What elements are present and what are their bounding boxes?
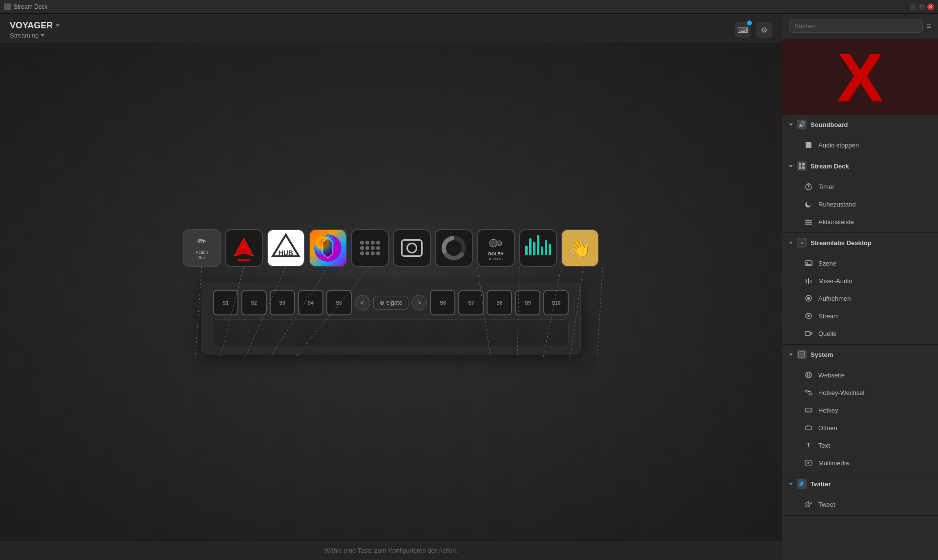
svg-text:T: T xyxy=(807,442,810,449)
section-header-audio[interactable]: 🔊 Soundboard xyxy=(782,115,938,134)
deck-button-hub[interactable]: HUB xyxy=(267,229,305,267)
device-selector[interactable]: VOYAGER xyxy=(10,21,60,31)
deck-key-s10[interactable]: S10 xyxy=(543,290,569,315)
sidebar-section-stream-deck: Stream Deck Timer Ruhezustand xyxy=(782,156,938,233)
svg-rect-28 xyxy=(805,220,812,221)
sidebar-section-audio: 🔊 Soundboard Audio stoppen xyxy=(782,115,938,156)
icue-icon xyxy=(313,233,342,263)
deck-nav-right-button[interactable]: > xyxy=(411,295,427,311)
deck-touchpad xyxy=(213,319,569,346)
deck-button-action-bar[interactable]: ✏ ActionBar xyxy=(183,229,221,267)
app-icon xyxy=(4,3,11,10)
deck-key-s3[interactable]: S3 xyxy=(270,290,295,315)
section-header-twitter[interactable]: Twitter xyxy=(782,474,938,494)
sidebar-item-mixer-audio[interactable]: Mixer-Audio xyxy=(782,272,938,290)
sidebar-item-hotkey-switch[interactable]: Hotkey-Wechsel xyxy=(782,384,938,401)
sidebar-item-stream[interactable]: Stream xyxy=(782,307,938,325)
deck-button-audio[interactable] xyxy=(519,229,557,267)
sidebar-item-action-bar[interactable]: Aktionsleiste xyxy=(782,213,938,230)
sidebar-item-text[interactable]: T Text xyxy=(782,436,938,454)
section-items-twitter: Tweet xyxy=(782,494,938,515)
deck-area: ✏ ActionBar xyxy=(0,43,782,540)
device-chevron-icon xyxy=(56,24,60,27)
svg-text:SL: SL xyxy=(800,241,804,245)
deck-button-elgato[interactable] xyxy=(351,229,389,267)
deck-key-s1[interactable]: S1 xyxy=(213,290,238,315)
open-label: Öffnen xyxy=(818,424,837,432)
sidebar-item-audio-stopper[interactable]: Audio stoppen xyxy=(782,136,938,154)
close-button[interactable]: ✕ xyxy=(927,3,934,10)
svg-marker-40 xyxy=(808,314,810,317)
svg-point-39 xyxy=(807,297,810,300)
svg-point-7 xyxy=(490,239,497,247)
sidebar-item-website[interactable]: Webseite xyxy=(782,366,938,384)
open-icon xyxy=(804,423,813,433)
section-chevron-audio-icon xyxy=(789,124,793,126)
section-items-system: Webseite Hotkey-Wechsel KEY Hotkey xyxy=(782,364,938,474)
deck-nav-left-button[interactable]: < xyxy=(355,295,370,311)
keyboard-button[interactable]: ⌨ xyxy=(735,22,750,38)
deck-key-s9[interactable]: S9 xyxy=(515,290,540,315)
sidebar-section-twitter: Twitter Tweet xyxy=(782,474,938,516)
section-chevron-stream-deck-icon xyxy=(789,165,793,167)
deck-button-dolby[interactable]: DOLBY ATMOS xyxy=(477,229,515,267)
sidebar-item-hotkey[interactable]: KEY Hotkey xyxy=(782,401,938,419)
sidebar-item-scene[interactable]: Szene xyxy=(782,254,938,272)
source-label: Quelle xyxy=(818,330,837,337)
profile-chevron-icon xyxy=(41,34,44,37)
section-items-audio: Audio stoppen xyxy=(782,134,938,156)
section-items-stream-deck: Timer Ruhezustand Aktionsleiste xyxy=(782,176,938,232)
svg-text:KEY: KEY xyxy=(806,409,811,412)
deck-key-s4[interactable]: S4 xyxy=(298,290,323,315)
profile-selector[interactable]: Streaming xyxy=(10,32,60,39)
svg-marker-54 xyxy=(808,462,810,464)
deck-key-s5[interactable]: S5 xyxy=(326,290,352,315)
list-view-icon[interactable]: ≡ xyxy=(927,22,931,31)
deck-button-wave[interactable]: 👋 xyxy=(561,229,599,267)
titlebar-left: Stream Deck xyxy=(4,3,47,10)
dolby-text: DOLBY xyxy=(488,251,504,256)
sleep-label: Ruhezustand xyxy=(818,201,856,208)
dolby-logo xyxy=(489,236,503,250)
section-chevron-streamlabs-icon xyxy=(789,242,793,244)
deck-key-s6[interactable]: S6 xyxy=(430,290,455,315)
deck-key-s8[interactable]: S8 xyxy=(487,290,512,315)
section-title-streamlabs: Streamlabs Desktop xyxy=(810,239,872,247)
mixer-audio-icon xyxy=(804,276,813,286)
section-header-stream-deck[interactable]: Stream Deck xyxy=(782,156,938,176)
sleep-icon xyxy=(804,199,813,209)
settings-button[interactable]: ⚙ xyxy=(756,22,772,38)
deck-elgato-center[interactable]: ⊛ elgato xyxy=(373,296,409,310)
section-header-streamlabs[interactable]: SL Streamlabs Desktop xyxy=(782,233,938,252)
svg-point-34 xyxy=(807,262,808,264)
sidebar-item-source[interactable]: Quelle xyxy=(782,325,938,342)
sidebar-item-sleep[interactable]: Ruhezustand xyxy=(782,195,938,213)
deck-key-s7[interactable]: S7 xyxy=(458,290,484,315)
deck-visual: ✏ ActionBar xyxy=(183,229,599,354)
sidebar-item-multimedia[interactable]: Multimedia xyxy=(782,454,938,472)
hotkey-switch-icon xyxy=(804,388,813,397)
deck-button-corsair[interactable] xyxy=(225,229,263,267)
section-header-system[interactable]: System xyxy=(782,345,938,364)
deck-button-icue[interactable] xyxy=(309,229,347,267)
titlebar: Stream Deck ─ □ ✕ xyxy=(0,0,938,14)
minimize-button[interactable]: ─ xyxy=(910,3,917,10)
svg-rect-23 xyxy=(802,166,805,169)
sidebar-item-tweet[interactable]: Tweet xyxy=(782,496,938,513)
app-container: VOYAGER Streaming ⌨ ⚙ xyxy=(0,14,938,560)
maximize-button[interactable]: □ xyxy=(918,3,925,10)
sidebar-item-open[interactable]: Öffnen xyxy=(782,419,938,436)
sidebar-item-timer[interactable]: Timer xyxy=(782,178,938,195)
website-icon xyxy=(804,370,813,380)
sidebar-item-record[interactable]: Aufnehmen xyxy=(782,290,938,307)
audio-bars xyxy=(521,236,555,260)
section-title-system: System xyxy=(810,351,833,358)
search-input[interactable] xyxy=(789,20,923,33)
deck-key-s2[interactable]: S2 xyxy=(241,290,267,315)
pen-icon: ✏ xyxy=(197,235,206,248)
deck-button-screenshot[interactable] xyxy=(393,229,431,267)
svg-rect-30 xyxy=(805,224,812,225)
source-icon xyxy=(804,329,813,338)
keyboard-icon: ⌨ xyxy=(737,25,748,35)
deck-button-obs[interactable] xyxy=(435,229,473,267)
